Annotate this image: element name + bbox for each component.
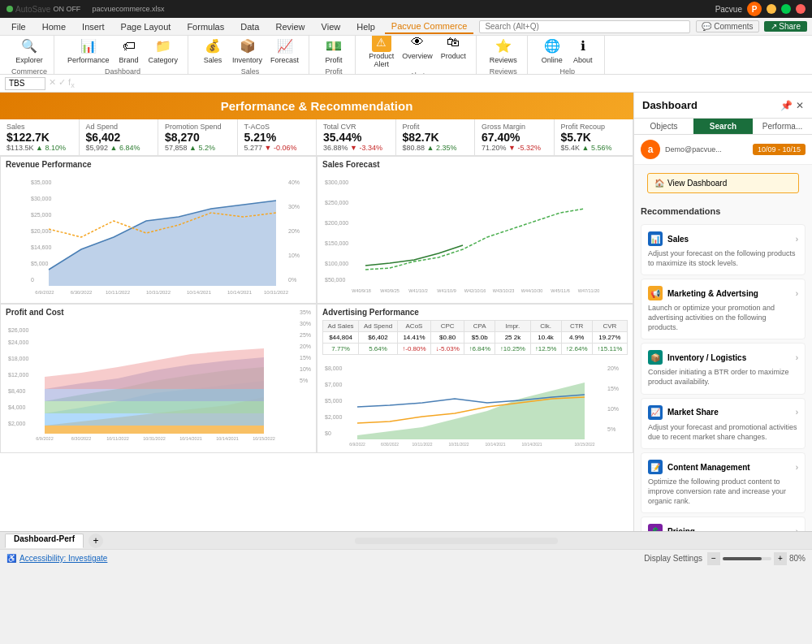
horizontal-scrollbar[interactable] — [355, 538, 558, 544]
tool-online[interactable]: 🌐 Online — [538, 36, 567, 66]
tool-sales[interactable]: 💰 Sales — [198, 36, 227, 66]
menu-view[interactable]: View — [315, 20, 348, 33]
svg-text:$8,000: $8,000 — [325, 365, 343, 371]
rec-item-sales[interactable]: 📊 Sales › Adjust your forecast on the fo… — [641, 224, 806, 275]
menu-formulas[interactable]: Formulas — [180, 20, 231, 33]
account-icon: a — [641, 140, 660, 159]
metric-margin-value: 67.40% — [482, 131, 547, 144]
sidebar-close-icon[interactable]: ✕ — [796, 100, 804, 111]
group-dashboard-label: Dashboard — [105, 67, 140, 76]
formula-bar: ✕ ✓ fx — [0, 75, 812, 93]
sidebar-tab-search[interactable]: Search — [693, 119, 753, 134]
about-icon: ℹ — [573, 37, 593, 56]
rec-item-content[interactable]: 📝 Content Management › Optimize the foll… — [641, 452, 806, 513]
formula-separator: ✕ ✓ fx — [49, 77, 75, 89]
tool-product[interactable]: 🛍 Product — [438, 36, 469, 70]
rec-item-inventory-header: 📦 Inventory / Logistics › — [648, 350, 798, 365]
sidebar-tab-performa[interactable]: Performa... — [753, 119, 812, 134]
revenue-performance-chart: Revenue Performance $35,000 $30,000 $25,… — [0, 156, 317, 304]
rec-item-market-share[interactable]: 📈 Market Share › Adjust your forecast an… — [641, 398, 806, 449]
about-label: About — [573, 56, 593, 64]
tool-performance[interactable]: 📊 Performance — [64, 36, 113, 66]
autosave-indicator: AutoSave ON OFF — [6, 5, 80, 14]
search-input[interactable] — [479, 20, 690, 33]
minimize-button[interactable] — [767, 4, 776, 14]
adv-th-adsales: Ad Sales — [323, 321, 359, 332]
sidebar-pin-icon[interactable]: 📌 — [780, 100, 793, 111]
tool-brand[interactable]: 🏷 Brand — [114, 36, 144, 66]
online-label: Online — [542, 56, 563, 64]
rec-marketing-icon: 📢 — [648, 286, 663, 300]
filename: pacvuecommerce.xlsx — [92, 5, 164, 13]
tool-profit[interactable]: 💵 Profit — [319, 36, 348, 66]
menu-insert[interactable]: Insert — [76, 20, 111, 33]
autosave-toggle[interactable]: ON OFF — [53, 5, 80, 13]
sidebar-tab-objects[interactable]: Objects — [634, 119, 693, 134]
menu-data[interactable]: Data — [234, 20, 266, 33]
metric-margin-change: ▼ -5.32% — [508, 144, 541, 152]
sidebar-header-controls: 📌 ✕ — [780, 100, 804, 111]
zoom-in-button[interactable]: + — [774, 552, 787, 565]
metric-adspend: Ad Spend $6,402 $5,992 ▲ 6.84% — [80, 119, 159, 155]
accessibility-label[interactable]: Accessibility: Investigate — [19, 554, 107, 563]
share-button[interactable]: ↗ Share — [764, 21, 807, 32]
tool-explorer[interactable]: 🔍 Explorer — [12, 36, 46, 66]
metric-tacos-change: ▼ -0.06% — [265, 144, 297, 152]
rec-item-pricing[interactable]: 💲 Pricing › Monitor the following produc… — [641, 516, 806, 531]
group-alert: ⚠ ProductAlert 👁 Overview 🛍 Product Aler… — [359, 36, 477, 75]
view-dashboard-label: View Dashboard — [667, 179, 727, 188]
tool-overview[interactable]: 👁 Overview — [399, 36, 436, 70]
group-help-label: Help — [559, 67, 575, 76]
close-button[interactable] — [796, 4, 806, 14]
profit-cost-chart: Profit and Cost $26,000 $24,000 $18,000 … — [0, 304, 317, 453]
group-commerce: 🔍 Explorer Commerce — [5, 36, 54, 75]
charts-grid: Revenue Performance $35,000 $30,000 $25,… — [0, 156, 633, 318]
autosave-label: AutoSave — [15, 5, 50, 14]
metric-tacos: T-ACoS 5.21% 5.277 ▼ -0.06% — [238, 119, 317, 155]
account-email: Demo@pacvue... — [665, 145, 748, 153]
ribbon-top: File Home Insert Page Layout Formulas Da… — [0, 18, 812, 36]
performance-label: Performance — [67, 56, 110, 64]
view-dashboard-button[interactable]: 🏠 View Dashboard — [647, 173, 799, 193]
search-area — [473, 20, 696, 33]
svg-text:$250,000: $250,000 — [325, 200, 348, 205]
tool-reviews[interactable]: ⭐ Reviews — [486, 36, 520, 66]
rec-item-marketing[interactable]: 📢 Marketing & Advertsing › Launch or opt… — [641, 279, 806, 339]
advertising-performance-chart: Advertising Performance Ad Sales Ad Spen… — [317, 304, 633, 453]
menu-review[interactable]: Review — [269, 20, 311, 33]
tool-about[interactable]: ℹ About — [568, 36, 598, 66]
menu-help[interactable]: Help — [350, 20, 382, 33]
menu-page-layout[interactable]: Page Layout — [114, 20, 178, 33]
rec-items-container: 📊 Sales › Adjust your forecast on the fo… — [634, 224, 812, 531]
comments-button[interactable]: 💬 Comments — [696, 20, 758, 32]
spreadsheet-area: Performance & Recommendation Sales $122.… — [0, 93, 633, 531]
svg-text:$4,000: $4,000 — [8, 404, 26, 410]
cell-reference[interactable] — [5, 77, 45, 90]
svg-text:$24,000: $24,000 — [8, 339, 28, 345]
menu-file[interactable]: File — [5, 20, 32, 33]
tool-forecast[interactable]: 📈 Forecast — [267, 36, 302, 66]
metric-recoup-change: ▲ 5.56% — [582, 144, 612, 152]
svg-text:$8,400: $8,400 — [8, 388, 26, 394]
tool-inventory[interactable]: 📦 Inventory — [229, 36, 266, 66]
zoom-out-button[interactable]: − — [707, 552, 720, 565]
rec-market-share-title: Market Share — [667, 408, 791, 417]
zoom-slider[interactable] — [723, 557, 771, 560]
svg-text:20%: 20% — [288, 228, 300, 234]
menu-items: File Home Insert Page Layout Formulas Da… — [5, 19, 473, 34]
menu-pacvue[interactable]: Pacvue Commerce — [385, 19, 474, 34]
rec-pricing-title: Pricing — [667, 527, 791, 531]
sheet-tab-dashboard[interactable]: Dashboard-Perf — [5, 534, 84, 548]
rec-content-icon: 📝 — [648, 460, 663, 474]
display-settings[interactable]: Display Settings — [644, 554, 702, 563]
tool-category[interactable]: 📁 Category — [145, 36, 182, 66]
add-sheet-button[interactable]: + — [89, 534, 103, 548]
product-alert-icon: ⚠ — [372, 36, 391, 52]
menu-home[interactable]: Home — [36, 20, 72, 33]
rec-sales-arrow: › — [796, 235, 798, 244]
svg-text:6/30/2022: 6/30/2022 — [71, 436, 91, 441]
maximize-button[interactable] — [781, 4, 791, 14]
rec-item-inventory[interactable]: 📦 Inventory / Logistics › Consider initi… — [641, 343, 806, 394]
tool-product-alert[interactable]: ⚠ ProductAlert — [365, 36, 397, 70]
formula-input[interactable] — [78, 79, 807, 88]
